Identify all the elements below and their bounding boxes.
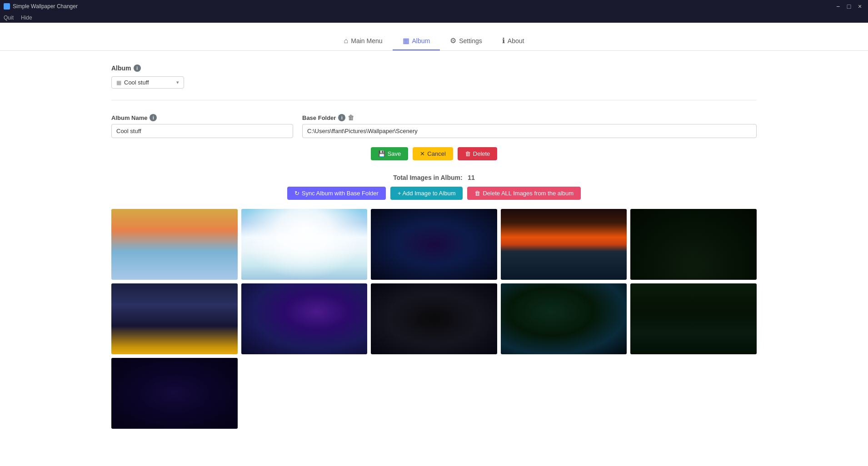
album-selector-icon: ▦ bbox=[116, 79, 121, 86]
image-thumb-6[interactable] bbox=[111, 283, 238, 354]
image-thumb-3[interactable] bbox=[371, 209, 497, 280]
tab-album-label: Album bbox=[412, 37, 430, 45]
image-thumb-4[interactable] bbox=[501, 209, 627, 280]
settings-icon: ⚙ bbox=[450, 36, 456, 45]
base-folder-group: Base Folder i 🗑 bbox=[302, 114, 757, 138]
album-icon: ▦ bbox=[403, 36, 409, 45]
album-info-icon: i bbox=[134, 64, 141, 72]
save-button[interactable]: 💾 Save bbox=[371, 147, 409, 160]
menu-quit[interactable]: Quit bbox=[4, 15, 14, 21]
tab-about-label: About bbox=[508, 37, 524, 45]
delete-folder-icon[interactable]: 🗑 bbox=[348, 114, 354, 121]
album-section-label: Album i bbox=[111, 64, 757, 72]
image-action-buttons: ↻ Sync Album with Base Folder + Add Imag… bbox=[111, 187, 757, 200]
album-name-label: Album Name i bbox=[111, 114, 293, 121]
image-thumb-9[interactable] bbox=[501, 283, 627, 354]
divider-1 bbox=[111, 100, 757, 100]
tab-album[interactable]: ▦ Album bbox=[393, 32, 440, 50]
window-controls[interactable]: − □ × bbox=[833, 2, 864, 11]
delete-icon: 🗑 bbox=[465, 150, 471, 157]
main-content: ⌂ Main Menu ▦ Album ⚙ Settings ℹ About A… bbox=[0, 23, 868, 466]
tab-main-menu-label: Main Menu bbox=[351, 37, 382, 45]
images-count: 11 bbox=[468, 174, 475, 181]
cancel-icon: ✕ bbox=[420, 150, 425, 157]
base-folder-info-icon: i bbox=[338, 114, 345, 121]
sync-album-button[interactable]: ↻ Sync Album with Base Folder bbox=[287, 187, 386, 200]
selected-album-name: Cool stuff bbox=[124, 79, 149, 86]
app-title: Simple Wallpaper Changer bbox=[13, 3, 78, 10]
image-thumb-7[interactable] bbox=[241, 283, 368, 354]
about-icon: ℹ bbox=[502, 36, 505, 45]
maximize-button[interactable]: □ bbox=[844, 2, 853, 11]
cancel-button[interactable]: ✕ Cancel bbox=[413, 147, 453, 160]
menu-hide[interactable]: Hide bbox=[21, 15, 32, 21]
delete-all-icon: 🗑 bbox=[474, 190, 480, 197]
album-name-group: Album Name i bbox=[111, 114, 293, 138]
album-label-text: Album bbox=[111, 64, 131, 72]
title-bar: Simple Wallpaper Changer − □ × bbox=[0, 0, 868, 13]
title-bar-left: Simple Wallpaper Changer bbox=[4, 3, 78, 10]
tab-settings[interactable]: ⚙ Settings bbox=[440, 32, 492, 50]
action-buttons: 💾 Save ✕ Cancel 🗑 Delete bbox=[111, 147, 757, 160]
image-thumb-8[interactable] bbox=[371, 283, 497, 354]
menu-bar: Quit Hide bbox=[0, 13, 868, 23]
tab-main-menu[interactable]: ⌂ Main Menu bbox=[334, 32, 393, 50]
album-name-input[interactable] bbox=[111, 124, 293, 138]
image-thumb-11[interactable] bbox=[111, 358, 238, 429]
minimize-button[interactable]: − bbox=[833, 2, 843, 11]
image-thumb-2[interactable] bbox=[241, 209, 368, 280]
save-icon: 💾 bbox=[378, 150, 385, 157]
nav-tabs: ⌂ Main Menu ▦ Album ⚙ Settings ℹ About bbox=[0, 32, 868, 51]
tab-settings-label: Settings bbox=[459, 37, 482, 45]
album-name-info-icon: i bbox=[150, 114, 157, 121]
delete-button[interactable]: 🗑 Delete bbox=[458, 147, 498, 160]
close-button[interactable]: × bbox=[855, 2, 864, 11]
content-area: Album i ▦ Cool stuff ▾ Album Name i Base… bbox=[93, 64, 775, 429]
album-dropdown[interactable]: ▦ Cool stuff ▾ bbox=[111, 76, 184, 89]
image-grid bbox=[111, 209, 757, 429]
image-thumb-1[interactable] bbox=[111, 209, 238, 280]
base-folder-input[interactable] bbox=[302, 124, 757, 138]
chevron-down-icon: ▾ bbox=[176, 79, 179, 85]
app-icon bbox=[4, 3, 10, 10]
tab-about[interactable]: ℹ About bbox=[492, 32, 534, 50]
total-images-info: Total Images in Album: 11 bbox=[111, 174, 757, 181]
home-icon: ⌂ bbox=[344, 37, 349, 45]
form-row: Album Name i Base Folder i 🗑 bbox=[111, 114, 757, 138]
delete-all-images-button[interactable]: 🗑 Delete ALL Images from the album bbox=[467, 187, 581, 200]
base-folder-label: Base Folder i 🗑 bbox=[302, 114, 757, 121]
sync-icon: ↻ bbox=[294, 190, 299, 197]
image-thumb-10[interactable] bbox=[630, 283, 757, 354]
add-image-button[interactable]: + Add Image to Album bbox=[390, 187, 463, 200]
image-thumb-5[interactable] bbox=[630, 209, 757, 280]
